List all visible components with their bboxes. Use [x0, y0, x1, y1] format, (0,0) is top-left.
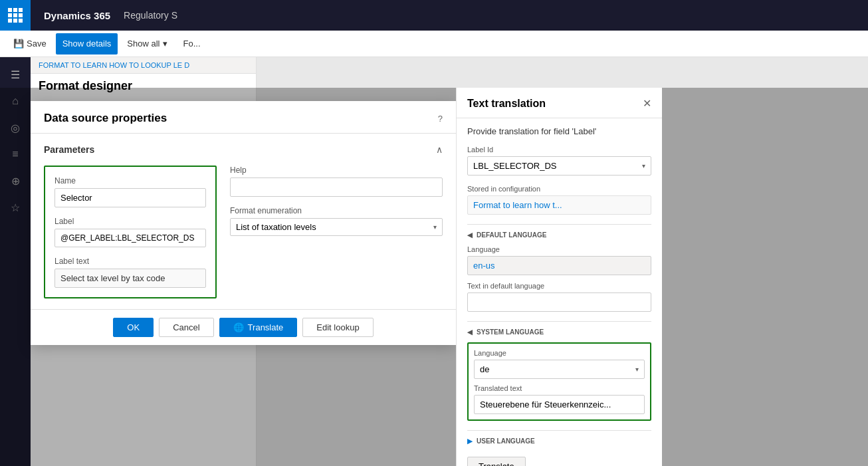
- stored-config-label: Stored in configuration: [467, 185, 651, 193]
- translated-text-input[interactable]: [474, 395, 645, 414]
- label-field-group: Label: [54, 217, 206, 247]
- right-params: Help Format enumeration List of taxation…: [230, 166, 443, 298]
- breadcrumb: FORMAT TO LEARN HOW TO LOOKUP LE D: [31, 57, 256, 74]
- label-label: Label: [54, 217, 206, 226]
- default-lang-field-group: Language en-us: [467, 245, 651, 275]
- save-button[interactable]: 💾 Save: [7, 33, 53, 55]
- tt-panel-header: Text translation ✕: [457, 88, 662, 118]
- label-text-value: Select tax level by tax code: [54, 269, 206, 288]
- label-id-dropdown[interactable]: LBL_SELECTOR_DS ▾: [467, 156, 651, 175]
- stored-config-value: Format to learn how t...: [467, 195, 651, 215]
- text-default-label: Text in default language: [467, 282, 651, 290]
- format-enum-arrow-icon: ▾: [433, 223, 437, 231]
- sys-language-dropdown[interactable]: de ▾: [474, 360, 645, 379]
- text-default-field-group: Text in default language: [467, 282, 651, 312]
- text-default-input[interactable]: [467, 292, 651, 312]
- translated-text-field-group: Translated text: [474, 384, 645, 414]
- system-lang-highlighted: Language de ▾ Translated text: [467, 342, 651, 421]
- highlighted-params: Name Label Label text Select tax level b…: [44, 166, 217, 298]
- show-details-button[interactable]: Show details: [56, 33, 118, 55]
- format-enum-label: Format enumeration: [230, 206, 443, 215]
- params-collapse-button[interactable]: ∧: [436, 144, 443, 155]
- default-lang-arrow-icon: ◀: [467, 231, 473, 239]
- help-label: Help: [230, 166, 443, 175]
- text-translation-panel: Text translation ✕ Provide translation f…: [456, 88, 662, 466]
- params-section-header: Parameters ∧: [44, 144, 443, 155]
- save-icon: 💾: [13, 39, 24, 49]
- tt-panel-body: Provide translation for field 'Label' La…: [457, 118, 662, 466]
- default-language-value: en-us: [467, 256, 651, 275]
- default-lang-section: ◀ DEFAULT LANGUAGE Language en-us Text i…: [467, 224, 651, 312]
- format-enum-field-group: Format enumeration List of taxation leve…: [230, 206, 443, 236]
- tt-panel-title: Text translation: [467, 98, 546, 110]
- waffle-icon: [8, 8, 23, 23]
- system-lang-header: ◀ SYSTEM LANGUAGE: [467, 328, 651, 336]
- label-id-field-group: Label Id LBL_SELECTOR_DS ▾: [467, 146, 651, 175]
- help-input[interactable]: [230, 177, 443, 197]
- user-lang-expand-icon[interactable]: ▶: [467, 437, 473, 445]
- sys-language-arrow-icon: ▾: [635, 366, 639, 373]
- name-input[interactable]: [54, 188, 206, 207]
- system-lang-section: ◀ SYSTEM LANGUAGE Language de ▾: [467, 321, 651, 421]
- ds-dialog-header: Data source properties ?: [31, 101, 456, 134]
- edit-lookup-button[interactable]: Edit lookup: [302, 318, 373, 337]
- topbar: Dynamics 365 Regulatory S: [0, 0, 868, 31]
- label-id-arrow-icon: ▾: [642, 162, 645, 170]
- user-lang-header: ▶ USER LANGUAGE: [467, 437, 651, 445]
- translated-text-label: Translated text: [474, 384, 645, 392]
- tt-translate-button[interactable]: Translate: [467, 457, 526, 466]
- sidebar-item-hamburger[interactable]: ☰: [3, 62, 27, 86]
- ds-dialog-body: Parameters ∧ Name Label: [31, 134, 456, 309]
- name-label: Name: [54, 176, 206, 185]
- label-text-label: Label text: [54, 257, 206, 266]
- stored-config-field-group: Stored in configuration Format to learn …: [467, 185, 651, 215]
- ds-dialog-footer: OK Cancel 🌐 Translate Edit lookup: [31, 309, 456, 345]
- label-text-field-group: Label text Select tax level by tax code: [54, 257, 206, 288]
- format-enum-select[interactable]: List of taxation levels ▾: [230, 218, 443, 236]
- format-enum-value: List of taxation levels: [236, 222, 431, 232]
- tt-translate-btn-container: Translate: [467, 457, 651, 466]
- default-lang-fields: Language en-us Text in default language: [467, 245, 651, 312]
- dialog-overlay: Data source properties ? Parameters ∧ Na…: [0, 88, 868, 466]
- help-field-group: Help: [230, 166, 443, 197]
- format-button[interactable]: Fo...: [177, 33, 207, 55]
- tt-subtitle: Provide translation for field 'Label': [467, 126, 651, 136]
- label-id-label: Label Id: [467, 146, 651, 154]
- default-language-label: Language: [467, 245, 651, 253]
- ds-dialog: Data source properties ? Parameters ∧ Na…: [31, 101, 456, 345]
- show-all-arrow-icon: ▾: [163, 39, 167, 49]
- translate-button[interactable]: 🌐 Translate: [219, 318, 298, 337]
- cancel-button[interactable]: Cancel: [159, 318, 213, 337]
- default-lang-header: ◀ DEFAULT LANGUAGE: [467, 231, 651, 239]
- system-lang-fields: Language de ▾ Translated text: [467, 342, 651, 421]
- params-inner: Name Label Label text Select tax level b…: [44, 166, 443, 298]
- waffle-button[interactable]: [0, 0, 31, 31]
- params-section-title: Parameters: [44, 144, 94, 155]
- sys-language-value: de: [480, 364, 635, 374]
- show-all-button[interactable]: Show all ▾: [120, 33, 173, 55]
- sys-language-label: Language: [474, 349, 645, 357]
- help-icon[interactable]: ?: [438, 114, 443, 124]
- navbar: 💾 Save Show details Show all ▾ Fo...: [0, 31, 868, 57]
- user-lang-section: ▶ USER LANGUAGE: [467, 430, 651, 445]
- label-input[interactable]: [54, 229, 206, 247]
- sys-lang-field-group: Language de ▾: [474, 349, 645, 379]
- translate-icon: 🌐: [233, 322, 244, 332]
- name-field-group: Name: [54, 176, 206, 207]
- ds-dialog-title: Data source properties: [44, 112, 167, 125]
- label-id-value: LBL_SELECTOR_DS: [473, 161, 642, 171]
- app-title: Dynamics 365: [31, 10, 124, 21]
- tt-close-button[interactable]: ✕: [643, 97, 651, 110]
- ok-button[interactable]: OK: [113, 318, 154, 337]
- app-subtitle: Regulatory S: [124, 10, 177, 21]
- system-lang-arrow-icon: ◀: [467, 328, 473, 336]
